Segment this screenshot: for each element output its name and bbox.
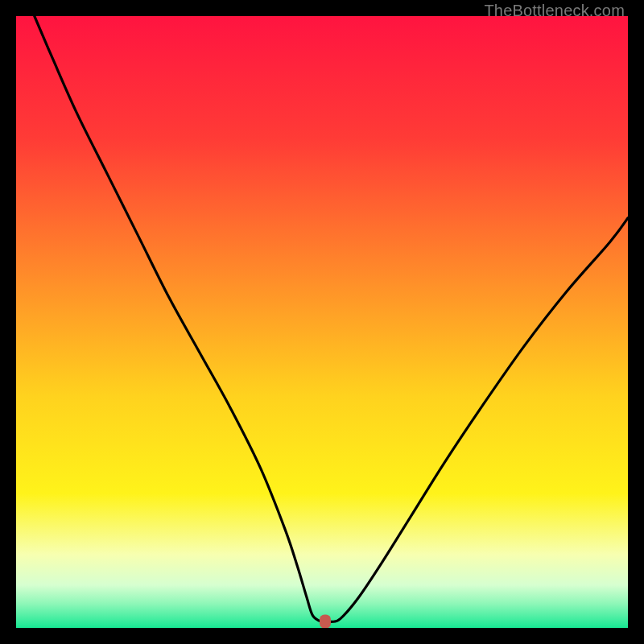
watermark-text: TheBottleneck.com <box>484 2 625 20</box>
background-gradient <box>16 16 628 628</box>
optimal-point-marker <box>320 615 331 628</box>
chart-frame: TheBottleneck.com <box>0 0 644 644</box>
plot-area <box>16 16 628 628</box>
